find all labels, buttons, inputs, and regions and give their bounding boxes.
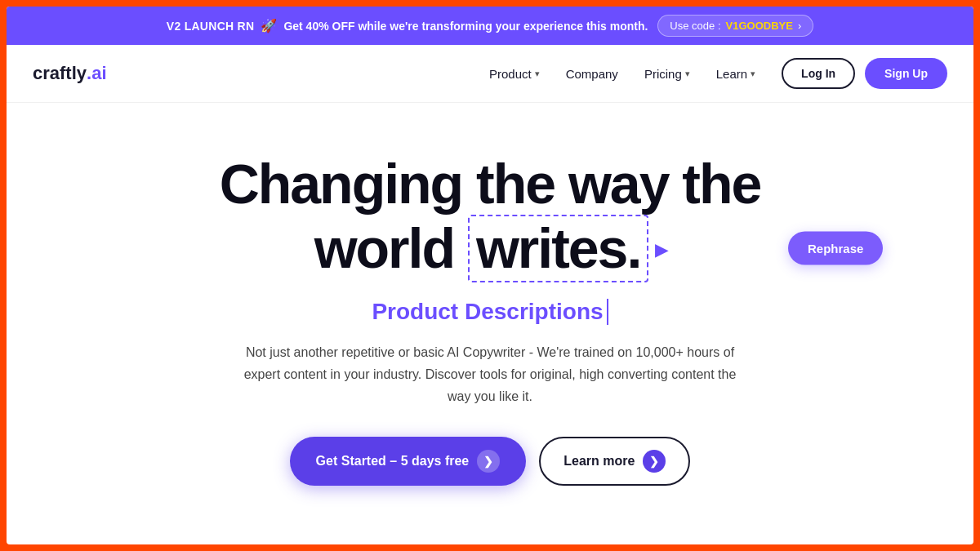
learn-more-label: Learn more xyxy=(564,454,635,469)
banner-code-value: V1GOODBYE xyxy=(726,20,793,32)
hero-description: Not just another repetitive or basic AI … xyxy=(237,341,743,408)
promo-banner: V2 LAUNCH RN 🚀 Get 40% OFF while we're t… xyxy=(7,7,973,45)
nav-product-label: Product xyxy=(489,67,532,81)
dashed-highlight-box: writes. xyxy=(468,215,648,282)
logo[interactable]: craftly.ai xyxy=(33,63,107,84)
cursor-blink xyxy=(607,299,608,325)
get-started-arrow-icon: ❯ xyxy=(477,450,500,473)
nav-pricing-label: Pricing xyxy=(644,67,682,81)
banner-text: V2 LAUNCH RN 🚀 Get 40% OFF while we're t… xyxy=(167,18,648,33)
nav-item-pricing[interactable]: Pricing ▾ xyxy=(644,67,690,81)
nav-actions: Log In Sign Up xyxy=(782,58,947,89)
navbar: craftly.ai Product ▾ Company Pricing ▾ L… xyxy=(7,45,973,103)
chevron-down-icon-learn: ▾ xyxy=(751,69,755,79)
nav-learn-label: Learn xyxy=(716,67,747,81)
get-started-label: Get Started – 5 days free xyxy=(316,454,470,469)
logo-text: craftly xyxy=(33,63,87,84)
login-button[interactable]: Log In xyxy=(782,58,855,89)
hero-section: Changing the way the world writes. ▶ Rep… xyxy=(7,103,973,544)
chevron-down-icon: ▾ xyxy=(535,69,540,79)
chevron-down-icon-pricing: ▾ xyxy=(685,69,690,79)
banner-emoji: 🚀 xyxy=(261,18,277,33)
banner-promo-text: Get 40% OFF while we're transforming you… xyxy=(283,20,648,33)
animated-subtitle: Product Descriptions xyxy=(372,299,608,325)
logo-ai: ai xyxy=(91,63,106,84)
headline-line2: world writes. ▶ Rephrase xyxy=(220,215,761,282)
headline-writes: writes. xyxy=(476,218,640,279)
signup-button[interactable]: Sign Up xyxy=(865,58,947,89)
banner-launch-text: V2 LAUNCH RN xyxy=(167,20,255,33)
nav-item-product[interactable]: Product ▾ xyxy=(489,67,540,81)
learn-more-button[interactable]: Learn more ❯ xyxy=(539,437,690,486)
nav-item-learn[interactable]: Learn ▾ xyxy=(716,67,755,81)
page-frame: V2 LAUNCH RN 🚀 Get 40% OFF while we're t… xyxy=(7,7,973,544)
learn-more-arrow-icon: ❯ xyxy=(643,450,666,473)
nav-company-label: Company xyxy=(566,67,618,81)
headline-line1: Changing the way the xyxy=(220,153,761,215)
subtitle-text: Product Descriptions xyxy=(372,299,603,325)
rephrase-button[interactable]: Rephrase xyxy=(788,232,883,265)
banner-code-label: Use code : xyxy=(670,20,720,32)
nav-item-company[interactable]: Company xyxy=(566,67,618,81)
selection-arrow-icon: ▶ xyxy=(655,241,666,259)
hero-cta-group: Get Started – 5 days free ❯ Learn more ❯ xyxy=(290,437,691,486)
banner-code-button[interactable]: Use code : V1GOODBYE › xyxy=(657,15,813,37)
get-started-button[interactable]: Get Started – 5 days free ❯ xyxy=(290,437,527,486)
hero-headline: Changing the way the world writes. ▶ Rep… xyxy=(220,153,761,282)
banner-arrow: › xyxy=(798,20,801,32)
headline-world: world xyxy=(314,218,454,279)
nav-links: Product ▾ Company Pricing ▾ Learn ▾ xyxy=(489,67,755,81)
